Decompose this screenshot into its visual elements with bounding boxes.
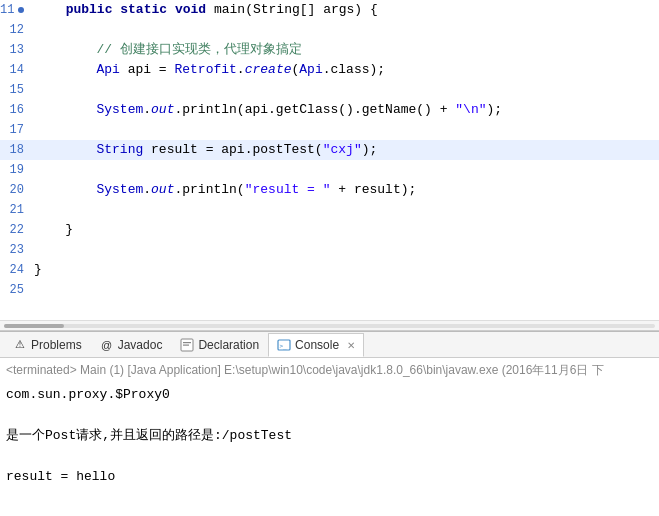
- line-number: 22: [0, 220, 30, 240]
- line-number: 16: [0, 100, 30, 120]
- line-number: 12: [0, 20, 30, 40]
- tab-declaration[interactable]: Declaration: [171, 333, 268, 357]
- token-field: out: [151, 182, 174, 197]
- line-content: }: [30, 220, 659, 240]
- horizontal-scrollbar[interactable]: [0, 320, 659, 330]
- code-line-18: 18 String result = api.postTest("cxj");: [0, 140, 659, 160]
- svg-rect-1: [183, 342, 191, 343]
- code-line-19: 19: [0, 160, 659, 180]
- token-class-name: System: [96, 182, 143, 197]
- code-line-21: 21: [0, 200, 659, 220]
- code-line-20: 20 System.out.println("result = " + resu…: [0, 180, 659, 200]
- console-output-line: [6, 447, 653, 467]
- token-plain: result = api.postTest(: [143, 142, 322, 157]
- token-string: "cxj": [323, 142, 362, 157]
- line-number: 13: [0, 40, 30, 60]
- token-plain: .println(: [174, 182, 244, 197]
- declaration-tab-icon: [180, 338, 194, 352]
- token-plain: [34, 42, 96, 57]
- line-number: 25: [0, 280, 30, 300]
- console-content: <terminated> Main (1) [Java Application]…: [0, 358, 659, 516]
- code-line-17: 17: [0, 120, 659, 140]
- token-field: out: [151, 102, 174, 117]
- javadoc-tab-icon: @: [100, 338, 114, 352]
- token-class-name: Api: [299, 62, 322, 77]
- code-lines: 11 public static void main(String[] args…: [0, 0, 659, 320]
- token-plain: [167, 2, 175, 17]
- token-plain: .: [143, 102, 151, 117]
- console-close-icon[interactable]: ✕: [347, 340, 355, 351]
- line-content: // 创建接口实现类，代理对象搞定: [30, 40, 659, 60]
- console-tab-icon: >_: [277, 338, 291, 352]
- token-plain: .: [237, 62, 245, 77]
- tab-console[interactable]: >_Console✕: [268, 333, 364, 357]
- breakpoint-dot: [18, 7, 24, 13]
- token-plain: }: [34, 222, 73, 237]
- code-line-22: 22 }: [0, 220, 659, 240]
- console-output-line: com.sun.proxy.$Proxy0: [6, 385, 653, 406]
- token-plain: );: [362, 142, 378, 157]
- code-line-24: 24}: [0, 260, 659, 280]
- line-number: 19: [0, 160, 30, 180]
- token-static-method: create: [245, 62, 292, 77]
- code-line-13: 13 // 创建接口实现类，代理对象搞定: [0, 40, 659, 60]
- token-class-name: Retrofit: [174, 62, 236, 77]
- line-number: 20: [0, 180, 30, 200]
- console-output-line: [6, 406, 653, 426]
- token-plain: [34, 2, 65, 17]
- token-plain: [34, 182, 96, 197]
- line-number: 21: [0, 200, 30, 220]
- token-plain: api =: [120, 62, 175, 77]
- code-editor: 11 public static void main(String[] args…: [0, 0, 659, 331]
- tab-problems[interactable]: ⚠Problems: [4, 333, 91, 357]
- token-plain: [206, 2, 214, 17]
- tab-javadoc[interactable]: @Javadoc: [91, 333, 172, 357]
- line-content: System.out.println("result = " + result)…: [30, 180, 659, 200]
- token-plain: .class);: [323, 62, 385, 77]
- code-line-15: 15: [0, 80, 659, 100]
- token-plain: );: [487, 102, 503, 117]
- token-plain: }: [34, 262, 42, 277]
- token-string: "\n": [455, 102, 486, 117]
- token-plain: .println(api.getClass().getName() +: [174, 102, 455, 117]
- javadoc-tab-label: Javadoc: [118, 338, 163, 352]
- token-kw-blue: public: [66, 2, 113, 17]
- code-line-12: 12: [0, 20, 659, 40]
- line-content: }: [30, 260, 659, 280]
- token-plain: [34, 62, 96, 77]
- svg-rect-2: [183, 344, 189, 345]
- line-number: 24: [0, 260, 30, 280]
- bottom-panel: ⚠Problems@JavadocDeclaration>_Console✕ <…: [0, 331, 659, 516]
- console-output-line: 是一个Post请求,并且返回的路径是:/postTest: [6, 426, 653, 447]
- token-class-name: Api: [96, 62, 119, 77]
- token-comment: // 创建接口实现类，代理对象搞定: [96, 42, 301, 57]
- token-kw-blue: void: [175, 2, 206, 17]
- console-tab-label: Console: [295, 338, 339, 352]
- problems-tab-icon: ⚠: [13, 338, 27, 352]
- token-class-name: System: [96, 102, 143, 117]
- token-plain: [34, 102, 96, 117]
- line-number: 18: [0, 140, 30, 160]
- problems-tab-label: Problems: [31, 338, 82, 352]
- line-number: 11: [0, 0, 30, 20]
- tab-bar: ⚠Problems@JavadocDeclaration>_Console✕: [0, 332, 659, 358]
- line-content: System.out.println(api.getClass().getNam…: [30, 100, 659, 120]
- token-kw-blue: static: [120, 2, 167, 17]
- token-plain: .: [143, 182, 151, 197]
- code-line-11: 11 public static void main(String[] args…: [0, 0, 659, 20]
- line-content: String result = api.postTest("cxj");: [30, 140, 659, 160]
- line-content: public static void main(String[] args) {: [30, 0, 659, 20]
- token-method: main: [214, 2, 245, 17]
- token-string: "result = ": [245, 182, 331, 197]
- code-line-14: 14 Api api = Retrofit.create(Api.class);: [0, 60, 659, 80]
- line-number: 17: [0, 120, 30, 140]
- token-plain: [34, 142, 96, 157]
- code-line-16: 16 System.out.println(api.getClass().get…: [0, 100, 659, 120]
- token-plain: + result);: [331, 182, 417, 197]
- token-class-name: String: [96, 142, 143, 157]
- code-line-23: 23: [0, 240, 659, 260]
- console-output-line: result = hello: [6, 467, 653, 488]
- console-terminated-text: <terminated> Main (1) [Java Application]…: [6, 362, 653, 379]
- code-line-25: 25: [0, 280, 659, 300]
- console-output: com.sun.proxy.$Proxy0是一个Post请求,并且返回的路径是:…: [6, 385, 653, 487]
